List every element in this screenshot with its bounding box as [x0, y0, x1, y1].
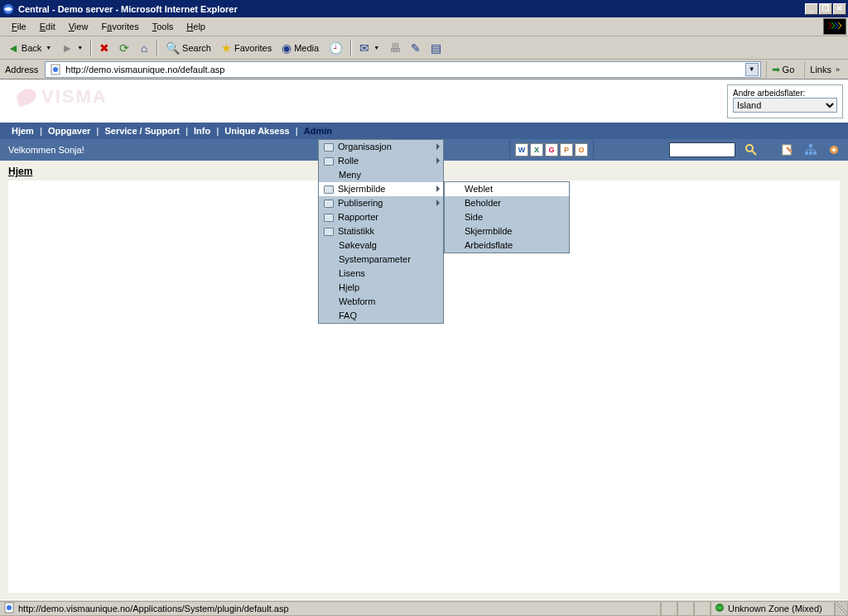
admin-menu-item-søkevalg[interactable]: Søkevalg: [319, 238, 443, 253]
submenu-item-side[interactable]: Side: [445, 210, 569, 224]
svg-rect-8: [805, 152, 808, 155]
admin-menu-item-rolle[interactable]: Rolle: [319, 154, 443, 168]
admin-menu-item-organisasjon[interactable]: Organisasjon: [319, 140, 443, 154]
search-input[interactable]: [669, 142, 735, 157]
submenu-arrow-icon: [436, 143, 440, 150]
resize-grip[interactable]: [835, 601, 848, 616]
svg-point-3: [53, 67, 58, 72]
admin-menu-item-rapporter[interactable]: Rapporter: [319, 210, 443, 224]
admin-menu-item-publisering[interactable]: Publisering: [319, 196, 443, 210]
ie-menu-file[interactable]: File: [5, 20, 33, 33]
admin-menu-item-systemparameter[interactable]: Systemparameter: [319, 253, 443, 267]
doc-icon-p[interactable]: P: [560, 143, 573, 156]
settings-icon[interactable]: [826, 142, 841, 157]
submenu-item-arbeidsflate[interactable]: Arbeidsflate: [445, 238, 569, 253]
window-buttons: _ ❐ ✕: [805, 3, 846, 15]
stop-button[interactable]: ✖: [95, 39, 113, 57]
edit-button[interactable]: ✎: [407, 39, 425, 57]
close-button[interactable]: ✕: [833, 3, 846, 15]
admin-menu-item-skjermbilde[interactable]: Skjermbilde: [319, 182, 443, 196]
svg-point-14: [7, 605, 12, 610]
admin-menu-item-hjelp[interactable]: Hjelp: [319, 281, 443, 295]
workspace-box: Andre arbeidsflater: Island: [727, 84, 843, 118]
folder-icon: [324, 185, 334, 194]
status-cell-3: [694, 601, 711, 616]
search-button[interactable]: 🔍Search: [161, 39, 215, 57]
menu-item-label: Webform: [339, 295, 375, 309]
ie-menu-help[interactable]: Help: [180, 20, 212, 33]
brand-text: VISMA: [41, 86, 108, 108]
page-icon: [49, 63, 62, 76]
back-button[interactable]: ◄Back▼: [3, 39, 55, 57]
nav-item-service-support[interactable]: Service / Support: [99, 126, 184, 136]
media-button[interactable]: ◉Media: [277, 39, 323, 57]
doc-icon-w[interactable]: W: [515, 143, 528, 156]
address-dropdown-button[interactable]: ▼: [745, 63, 759, 76]
refresh-button[interactable]: ⟳: [115, 39, 133, 57]
search-icon[interactable]: [744, 142, 759, 157]
submenu-item-label: Side: [465, 210, 483, 224]
submenu-item-skjermbilde[interactable]: Skjermbilde: [445, 224, 569, 238]
window-titlebar: Central - Demo server - Microsoft Intern…: [0, 0, 848, 17]
edit-icon[interactable]: [780, 142, 795, 157]
admin-menu-item-webform[interactable]: Webform: [319, 295, 443, 309]
svg-rect-10: [813, 152, 817, 155]
admin-menu-item-faq[interactable]: FAQ: [319, 309, 443, 323]
minimize-button[interactable]: _: [805, 3, 818, 15]
menu-item-label: Hjelp: [339, 281, 359, 295]
skjermbilde-submenu: WebletBeholderSideSkjermbildeArbeidsflat…: [444, 181, 570, 253]
nav-item-unique-aksess[interactable]: Unique Aksess: [219, 126, 294, 136]
doc-icon-x[interactable]: X: [530, 143, 543, 156]
menu-item-label: Meny: [339, 168, 361, 182]
menu-item-label: Organisasjon: [338, 140, 392, 154]
workspace-select[interactable]: Island: [733, 98, 837, 113]
address-label: Address: [3, 65, 40, 75]
nav-item-admin[interactable]: Admin: [299, 126, 337, 136]
zone-icon: [715, 603, 725, 614]
maximize-button[interactable]: ❐: [819, 3, 832, 15]
discuss-button[interactable]: ▤: [426, 39, 446, 57]
admin-menu-item-lisens[interactable]: Lisens: [319, 267, 443, 281]
print-button[interactable]: 🖶: [385, 39, 405, 57]
status-text: http://demo.vismaunique.no/Applications/…: [18, 604, 289, 614]
submenu-item-label: Arbeidsflate: [465, 238, 513, 253]
svg-point-4: [746, 145, 753, 152]
ie-menu-tools[interactable]: Tools: [146, 20, 181, 33]
tool-cluster: [669, 141, 841, 159]
links-button[interactable]: Links»: [804, 61, 845, 78]
window-title: Central - Demo server - Microsoft Intern…: [18, 4, 805, 14]
admin-menu: OrganisasjonRolleMenySkjermbildePubliser…: [318, 139, 444, 324]
address-combo[interactable]: http://demo.vismaunique.no/default.asp ▼: [45, 61, 760, 78]
sitemap-icon[interactable]: [803, 142, 818, 157]
page-heading: Hjem: [8, 166, 32, 177]
menu-item-label: Rolle: [338, 154, 359, 168]
folder-icon: [324, 157, 334, 166]
admin-menu-item-statistikk[interactable]: Statistikk: [319, 224, 443, 238]
forward-button[interactable]: ►▼: [57, 39, 87, 57]
admin-menu-item-meny[interactable]: Meny: [319, 168, 443, 182]
mail-button[interactable]: ✉▼: [355, 39, 383, 57]
status-left: http://demo.vismaunique.no/Applications/…: [0, 601, 661, 616]
nav-item-oppgaver[interactable]: Oppgaver: [43, 126, 95, 136]
history-button[interactable]: 🕘: [325, 39, 347, 57]
status-cell-1: [661, 601, 677, 616]
nav-item-hjem[interactable]: Hjem: [7, 126, 39, 136]
doc-icon-g[interactable]: G: [545, 143, 558, 156]
ie-menu-edit[interactable]: Edit: [33, 20, 62, 33]
submenu-item-beholder[interactable]: Beholder: [445, 196, 569, 210]
folder-icon: [324, 200, 334, 208]
favorites-button[interactable]: ★Favorites: [217, 39, 276, 57]
doc-icon-o[interactable]: O: [575, 143, 588, 156]
ie-menu-view[interactable]: View: [62, 20, 95, 33]
nav-item-info[interactable]: Info: [189, 126, 215, 136]
home-button[interactable]: ⌂: [135, 39, 153, 57]
welcome-text: Velkommen Sonja!: [8, 145, 84, 155]
folder-icon: [324, 143, 334, 152]
status-zone: Unknown Zone (Mixed): [711, 601, 835, 616]
go-button[interactable]: ➡Go: [766, 61, 800, 78]
address-url: http://demo.vismaunique.no/default.asp: [65, 65, 744, 75]
submenu-item-label: Weblet: [465, 182, 493, 196]
ie-menu-favorites[interactable]: Favorites: [94, 20, 145, 33]
submenu-item-weblet[interactable]: Weblet: [445, 182, 569, 196]
menu-item-label: Lisens: [339, 267, 365, 281]
